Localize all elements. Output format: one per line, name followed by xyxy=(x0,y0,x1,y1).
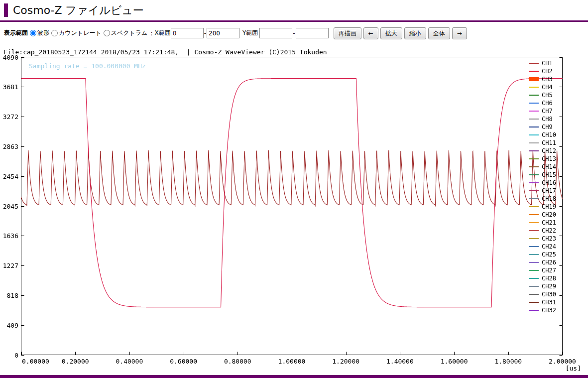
y-tick-label: 4090 xyxy=(0,54,18,61)
legend-label: CH23 xyxy=(542,235,556,243)
legend-label: CH22 xyxy=(542,227,556,235)
mode-option-waveform[interactable]: 波形 xyxy=(29,29,49,37)
legend-item-ch16: CH16 xyxy=(529,179,556,187)
x-range-from-input[interactable] xyxy=(171,28,204,38)
legend-swatch xyxy=(529,63,539,64)
legend-label: CH2 xyxy=(542,67,553,75)
legend-swatch xyxy=(529,190,539,191)
zoom-in-button[interactable]: 拡大 xyxy=(380,27,402,39)
x-tick-label: 0.60000 xyxy=(164,358,204,365)
full-view-button[interactable]: 全体 xyxy=(428,27,450,39)
legend-item-ch28: CH28 xyxy=(529,274,556,282)
legend-label: CH19 xyxy=(542,203,556,211)
legend-swatch xyxy=(529,302,539,303)
legend-item-ch32: CH32 xyxy=(529,306,556,314)
legend-label: CH25 xyxy=(542,251,556,258)
legend-swatch xyxy=(529,254,539,255)
legend-swatch xyxy=(529,230,539,231)
legend-item-ch6: CH6 xyxy=(529,99,553,107)
legend-item-ch22: CH22 xyxy=(529,227,556,235)
y-tick-label: 1227 xyxy=(0,262,18,269)
legend-swatch xyxy=(529,119,539,120)
toolbar: 表示範囲 波形 カウントレート スペクトラム : X範囲 - Y範囲 - 再描画… xyxy=(0,22,588,40)
x-range-label: X範囲 xyxy=(154,29,170,37)
mode-option-spectrum[interactable]: スペクトラム xyxy=(103,29,148,37)
legend-swatch xyxy=(529,206,539,207)
legend-label: CH4 xyxy=(542,83,553,91)
legend-swatch xyxy=(529,310,539,311)
legend-item-ch14: CH14 xyxy=(529,163,556,171)
legend-label: CH15 xyxy=(542,171,556,179)
countrate-radio-label: カウントレート xyxy=(59,29,102,37)
legend-label: CH10 xyxy=(542,131,556,139)
legend-swatch xyxy=(529,134,539,135)
legend-swatch xyxy=(529,182,539,183)
legend-item-ch12: CH12 xyxy=(529,147,556,155)
x-tick-label: 2.00000 xyxy=(543,358,583,365)
zoom-out-button[interactable]: 縮小 xyxy=(404,27,426,39)
legend-label: CH14 xyxy=(542,163,556,171)
legend-item-ch24: CH24 xyxy=(529,243,556,251)
legend-label: CH18 xyxy=(542,195,556,203)
legend-item-ch30: CH30 xyxy=(529,290,556,298)
legend-swatch xyxy=(529,158,539,159)
y-range-from-input[interactable] xyxy=(259,28,292,38)
legend-swatch xyxy=(529,238,539,239)
legend-item-ch20: CH20 xyxy=(529,211,556,219)
spectrum-radio-label: スペクトラム xyxy=(111,29,148,37)
legend-item-ch23: CH23 xyxy=(529,235,556,243)
legend-swatch xyxy=(529,150,539,151)
x-tick-label: 1.00000 xyxy=(272,358,312,365)
legend-swatch xyxy=(529,103,539,104)
x-tick-label: 1.20000 xyxy=(326,358,366,365)
y-tick-label: 1636 xyxy=(0,232,18,240)
scroll-left-button[interactable]: ← xyxy=(363,27,378,39)
y-range-dash: - xyxy=(293,30,295,37)
x-range-to-input[interactable] xyxy=(207,28,239,38)
legend-item-ch3: CH3 xyxy=(529,75,553,83)
legend-item-ch4: CH4 xyxy=(529,83,553,91)
scroll-right-button[interactable]: → xyxy=(452,27,467,39)
y-range-to-input[interactable] xyxy=(296,28,329,38)
legend-label: CH31 xyxy=(542,298,556,306)
spectrum-radio[interactable] xyxy=(104,30,110,36)
legend-label: CH12 xyxy=(542,147,556,155)
sampling-rate-note: Sampling rate = 100.000000 MHz xyxy=(29,62,146,70)
legend-label: CH7 xyxy=(542,107,553,115)
legend-label: CH24 xyxy=(542,243,556,251)
legend-item-ch15: CH15 xyxy=(529,171,556,179)
y-tick-label: 2454 xyxy=(0,173,18,180)
y-tick-label: 3681 xyxy=(0,83,18,91)
cosmoz-file-view-page: { "colors": { "accent": "#6a006a", "anno… xyxy=(0,0,588,378)
x-tick-label: 0.00000 xyxy=(22,358,49,365)
redraw-button[interactable]: 再描画 xyxy=(334,27,361,39)
legend-swatch xyxy=(529,278,539,279)
page-title: Cosmo-Z ファイルビュー xyxy=(4,3,588,17)
legend-label: CH30 xyxy=(542,290,556,298)
y-tick-label: 3272 xyxy=(0,113,18,121)
legend-label: CH32 xyxy=(542,306,556,314)
x-tick-label: 0.40000 xyxy=(110,358,149,365)
legend-item-ch27: CH27 xyxy=(529,266,556,274)
legend-label: CH28 xyxy=(542,274,556,282)
legend-swatch xyxy=(529,95,539,96)
legend-item-ch10: CH10 xyxy=(529,131,556,139)
legend-label: CH6 xyxy=(542,99,553,107)
legend-swatch xyxy=(529,294,539,295)
y-tick-label: 2045 xyxy=(0,203,18,210)
y-range-label: Y範囲 xyxy=(242,29,258,37)
legend-item-ch13: CH13 xyxy=(529,155,556,163)
legend-item-ch7: CH7 xyxy=(529,107,553,115)
legend-item-ch25: CH25 xyxy=(529,251,556,258)
x-tick-label: 1.60000 xyxy=(434,358,474,365)
x-range-dash: - xyxy=(204,30,206,37)
legend-item-ch17: CH17 xyxy=(529,187,556,195)
countrate-radio[interactable] xyxy=(51,30,58,36)
waveform-canvas[interactable] xyxy=(0,48,588,375)
legend-item-ch5: CH5 xyxy=(529,91,553,99)
legend-label: CH27 xyxy=(542,266,556,274)
waveform-radio-label: 波形 xyxy=(37,29,49,37)
x-tick-label: 1.80000 xyxy=(488,358,528,365)
mode-option-countrate[interactable]: カウントレート xyxy=(50,29,102,37)
waveform-radio[interactable] xyxy=(30,30,36,36)
